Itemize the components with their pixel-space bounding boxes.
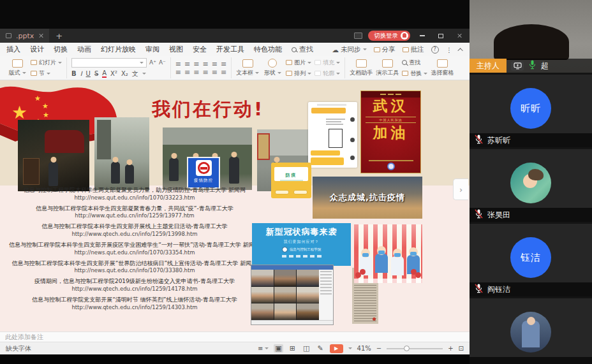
virus-lecture-card: 新型冠状病毒来袭 我们要如何应对？ 信息与控制工程学院 [252, 223, 351, 266]
shrink-font-button[interactable]: A⁻ [159, 59, 166, 66]
menu-insert[interactable]: 插入 [6, 45, 20, 54]
search-button[interactable]: 查找 [292, 45, 313, 54]
participant-tile[interactable]: 钰洁 阎钰洁 [470, 224, 592, 296]
zoom-level[interactable]: 41% [357, 345, 371, 352]
annotate-button[interactable]: ✎ [316, 344, 324, 353]
present-tools-button[interactable]: 演示工具 [376, 59, 399, 77]
apps-icon[interactable] [354, 33, 362, 39]
find-button[interactable]: 查找 [402, 59, 427, 67]
menu-security[interactable]: 安全 [193, 45, 207, 54]
participant-tile[interactable]: 昕昕 苏昕昕 [470, 75, 592, 147]
zoom-slider-knob[interactable] [404, 346, 410, 351]
outline-button[interactable]: 轮廓 [314, 69, 340, 78]
slideshow-play-button[interactable]: ▶ [330, 344, 343, 353]
slide-canvas[interactable]: ★ ★ ★ ★ ★ 我们在行动! [0, 80, 470, 331]
comment-label: 批注 [411, 45, 424, 54]
switch-login-button[interactable]: 切换登录 [368, 31, 410, 41]
justify-button[interactable]: ≡ [203, 69, 209, 76]
underline-button[interactable]: U [86, 70, 91, 77]
participant-tile[interactable]: 张昊田 [470, 149, 592, 222]
participant-tile-host[interactable]: 主持人 超 [470, 0, 592, 73]
layout-button[interactable]: 版式 [7, 59, 27, 77]
participant-name-bar: 主持人 超 [470, 59, 592, 73]
menu-devtools[interactable]: 开发工具 [216, 45, 244, 54]
epidemic-tips-card: 防疫 [271, 163, 311, 198]
line-spacing-button[interactable]: ≡ [212, 61, 218, 68]
section-button[interactable]: 节 [31, 69, 62, 78]
fit-slide-button[interactable]: ⊡ [459, 345, 464, 352]
fill-button[interactable]: 填充 [314, 59, 340, 67]
notes-bar[interactable]: 此处添加备注 [0, 331, 470, 342]
strikethrough-button[interactable]: S [94, 70, 98, 77]
bold-button[interactable]: B [71, 70, 77, 77]
zoom-out-button[interactable]: − [376, 345, 381, 352]
participant-name: 阎钰洁 [487, 284, 510, 295]
distribute-button[interactable]: ≡ [212, 69, 218, 76]
bullets-button[interactable]: ≡ [175, 61, 181, 68]
arrange-button[interactable]: 排列 [286, 69, 311, 78]
outdent-button[interactable]: ≡ [193, 61, 199, 68]
minimize-button[interactable] [416, 31, 429, 40]
participant-tile[interactable] [470, 298, 592, 364]
participant-panel: 主持人 超 昕昕 苏昕昕 [470, 0, 592, 364]
text-effects-button[interactable]: 文 [132, 69, 138, 78]
menu-animation[interactable]: 动画 [77, 45, 91, 54]
superscript-button[interactable]: X² [110, 70, 117, 77]
menu-design[interactable]: 设计 [30, 45, 44, 54]
menu-slideshow[interactable]: 幻灯片放映 [101, 45, 136, 54]
share-button[interactable]: 分享 [374, 45, 396, 54]
collapse-ribbon-icon[interactable] [457, 48, 463, 53]
subscript-button[interactable]: X₂ [121, 70, 128, 77]
chevron-down-icon[interactable] [348, 347, 352, 349]
document-tab[interactable]: .pptx [0, 29, 49, 43]
doc-assistant-button[interactable]: 文档助手 [350, 59, 373, 77]
normal-view-button[interactable]: ▣ [274, 344, 283, 353]
selection-pane-button[interactable]: 选择窗格 [431, 59, 454, 77]
align-center-button[interactable]: ≡ [184, 69, 190, 76]
new-tab-button[interactable]: + [49, 31, 69, 41]
align-right-button[interactable]: ≡ [193, 69, 199, 76]
missing-font-warning[interactable]: 缺失字体 [6, 344, 31, 353]
mic-muted-icon [475, 284, 483, 295]
numbering-button[interactable]: ≡ [184, 61, 190, 68]
chevron-down-icon [142, 73, 146, 75]
menu-review[interactable]: 审阅 [145, 45, 159, 54]
news-item: 信息与控制工程学院本科学生四支部开展线上主题党日活动-青岛理工大学http://… [4, 223, 265, 237]
zoom-slider[interactable] [387, 348, 443, 349]
columns-button[interactable]: ≡ [221, 69, 226, 76]
new-slide-button[interactable]: 幻灯片 [31, 59, 62, 67]
shapes-button[interactable]: 形状 [262, 59, 283, 77]
zoom-in-button[interactable]: + [448, 345, 453, 352]
indent-button[interactable]: ≡ [203, 61, 209, 68]
text-direction-button[interactable]: ≡ [221, 61, 226, 68]
close-button[interactable] [453, 31, 466, 40]
align-left-button[interactable]: ≡ [175, 69, 181, 76]
sync-status-button[interactable]: ☁ 未同步 [332, 45, 367, 54]
italic-button[interactable]: I [80, 70, 82, 77]
status-menu-button[interactable]: ≡ [258, 345, 269, 352]
side-panel-expand-button[interactable]: › [453, 178, 468, 200]
menu-special[interactable]: 特色功能 [254, 45, 282, 54]
more-menu-button[interactable]: ⋮ [446, 46, 453, 54]
bottom-letterbox [0, 354, 470, 364]
participant-name: 苏昕昕 [487, 135, 510, 146]
news-item: 信息与控制工程学院本科学生四支部开展疫区学业困难学生“一对一帮扶”活动-青岛理工… [4, 242, 265, 256]
menu-transition[interactable]: 切换 [54, 45, 68, 54]
grow-font-button[interactable]: A⁺ [149, 59, 156, 66]
college-logo-icon [282, 247, 288, 252]
picture-button[interactable]: 图片 [286, 59, 311, 67]
help-button[interactable]: ? [431, 46, 439, 54]
replace-icon [402, 71, 408, 76]
font-name-combobox[interactable] [71, 58, 147, 68]
slide-sorter-button[interactable]: ⊞ [288, 344, 297, 353]
close-tab-icon[interactable] [38, 33, 43, 38]
menu-view[interactable]: 视图 [169, 45, 183, 54]
notes-placeholder: 此处添加备注 [5, 333, 43, 342]
comment-button[interactable]: 批注 [403, 45, 424, 54]
textbox-button[interactable]: 文本框 [236, 59, 259, 77]
font-color-button[interactable]: A [102, 69, 107, 78]
reading-view-button[interactable]: ◫ [302, 344, 311, 353]
slide-small-buttons: 幻灯片 节 [31, 59, 62, 78]
replace-button[interactable]: 替换 [402, 69, 427, 78]
restore-button[interactable] [434, 31, 447, 40]
